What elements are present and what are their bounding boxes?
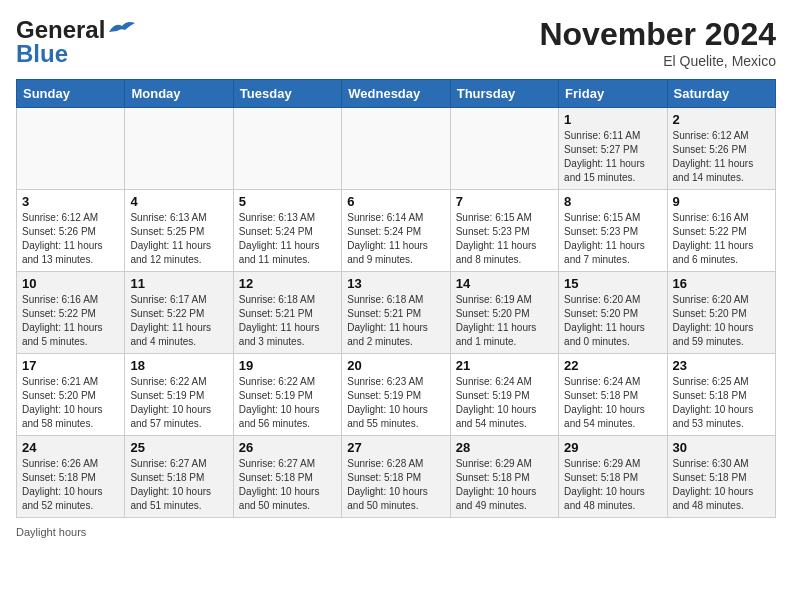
day-info: Sunrise: 6:22 AM Sunset: 5:19 PM Dayligh… <box>239 375 336 431</box>
day-info: Sunrise: 6:25 AM Sunset: 5:18 PM Dayligh… <box>673 375 770 431</box>
day-info: Sunrise: 6:11 AM Sunset: 5:27 PM Dayligh… <box>564 129 661 185</box>
day-info: Sunrise: 6:28 AM Sunset: 5:18 PM Dayligh… <box>347 457 444 513</box>
day-number: 8 <box>564 194 661 209</box>
logo: General Blue <box>16 16 137 68</box>
day-number: 19 <box>239 358 336 373</box>
calendar-day-header: Friday <box>559 80 667 108</box>
day-number: 16 <box>673 276 770 291</box>
calendar-cell <box>125 108 233 190</box>
calendar-cell: 6Sunrise: 6:14 AM Sunset: 5:24 PM Daylig… <box>342 190 450 272</box>
calendar-day-header: Saturday <box>667 80 775 108</box>
calendar-cell <box>342 108 450 190</box>
day-number: 25 <box>130 440 227 455</box>
day-number: 10 <box>22 276 119 291</box>
day-number: 12 <box>239 276 336 291</box>
calendar-body: 1Sunrise: 6:11 AM Sunset: 5:27 PM Daylig… <box>17 108 776 518</box>
day-number: 26 <box>239 440 336 455</box>
day-number: 22 <box>564 358 661 373</box>
day-number: 15 <box>564 276 661 291</box>
calendar-day-header: Sunday <box>17 80 125 108</box>
page-header: General Blue November 2024 El Quelite, M… <box>16 16 776 69</box>
calendar-week-row: 3Sunrise: 6:12 AM Sunset: 5:26 PM Daylig… <box>17 190 776 272</box>
calendar-cell: 19Sunrise: 6:22 AM Sunset: 5:19 PM Dayli… <box>233 354 341 436</box>
day-info: Sunrise: 6:30 AM Sunset: 5:18 PM Dayligh… <box>673 457 770 513</box>
day-info: Sunrise: 6:12 AM Sunset: 5:26 PM Dayligh… <box>22 211 119 267</box>
day-number: 3 <box>22 194 119 209</box>
calendar-day-header: Wednesday <box>342 80 450 108</box>
day-number: 1 <box>564 112 661 127</box>
day-number: 18 <box>130 358 227 373</box>
month-title: November 2024 <box>539 16 776 53</box>
day-number: 13 <box>347 276 444 291</box>
day-info: Sunrise: 6:12 AM Sunset: 5:26 PM Dayligh… <box>673 129 770 185</box>
day-info: Sunrise: 6:21 AM Sunset: 5:20 PM Dayligh… <box>22 375 119 431</box>
day-number: 29 <box>564 440 661 455</box>
calendar-cell: 18Sunrise: 6:22 AM Sunset: 5:19 PM Dayli… <box>125 354 233 436</box>
calendar-cell <box>17 108 125 190</box>
day-info: Sunrise: 6:24 AM Sunset: 5:18 PM Dayligh… <box>564 375 661 431</box>
calendar-cell: 28Sunrise: 6:29 AM Sunset: 5:18 PM Dayli… <box>450 436 558 518</box>
day-number: 17 <box>22 358 119 373</box>
day-info: Sunrise: 6:23 AM Sunset: 5:19 PM Dayligh… <box>347 375 444 431</box>
day-number: 14 <box>456 276 553 291</box>
calendar-day-header: Monday <box>125 80 233 108</box>
day-info: Sunrise: 6:18 AM Sunset: 5:21 PM Dayligh… <box>347 293 444 349</box>
day-info: Sunrise: 6:13 AM Sunset: 5:25 PM Dayligh… <box>130 211 227 267</box>
calendar-week-row: 1Sunrise: 6:11 AM Sunset: 5:27 PM Daylig… <box>17 108 776 190</box>
day-info: Sunrise: 6:15 AM Sunset: 5:23 PM Dayligh… <box>564 211 661 267</box>
day-number: 4 <box>130 194 227 209</box>
calendar-day-header: Thursday <box>450 80 558 108</box>
calendar-day-header: Tuesday <box>233 80 341 108</box>
calendar-cell: 14Sunrise: 6:19 AM Sunset: 5:20 PM Dayli… <box>450 272 558 354</box>
calendar-cell: 20Sunrise: 6:23 AM Sunset: 5:19 PM Dayli… <box>342 354 450 436</box>
day-info: Sunrise: 6:27 AM Sunset: 5:18 PM Dayligh… <box>239 457 336 513</box>
calendar-cell: 23Sunrise: 6:25 AM Sunset: 5:18 PM Dayli… <box>667 354 775 436</box>
calendar-week-row: 10Sunrise: 6:16 AM Sunset: 5:22 PM Dayli… <box>17 272 776 354</box>
calendar-cell: 8Sunrise: 6:15 AM Sunset: 5:23 PM Daylig… <box>559 190 667 272</box>
calendar-header-row: SundayMondayTuesdayWednesdayThursdayFrid… <box>17 80 776 108</box>
calendar-cell: 9Sunrise: 6:16 AM Sunset: 5:22 PM Daylig… <box>667 190 775 272</box>
calendar-cell: 7Sunrise: 6:15 AM Sunset: 5:23 PM Daylig… <box>450 190 558 272</box>
calendar-cell: 27Sunrise: 6:28 AM Sunset: 5:18 PM Dayli… <box>342 436 450 518</box>
day-number: 30 <box>673 440 770 455</box>
day-number: 6 <box>347 194 444 209</box>
day-info: Sunrise: 6:22 AM Sunset: 5:19 PM Dayligh… <box>130 375 227 431</box>
day-number: 28 <box>456 440 553 455</box>
calendar-cell: 1Sunrise: 6:11 AM Sunset: 5:27 PM Daylig… <box>559 108 667 190</box>
calendar-cell: 4Sunrise: 6:13 AM Sunset: 5:25 PM Daylig… <box>125 190 233 272</box>
day-number: 9 <box>673 194 770 209</box>
day-number: 5 <box>239 194 336 209</box>
day-info: Sunrise: 6:24 AM Sunset: 5:19 PM Dayligh… <box>456 375 553 431</box>
calendar-cell: 3Sunrise: 6:12 AM Sunset: 5:26 PM Daylig… <box>17 190 125 272</box>
day-number: 21 <box>456 358 553 373</box>
day-number: 27 <box>347 440 444 455</box>
day-info: Sunrise: 6:29 AM Sunset: 5:18 PM Dayligh… <box>456 457 553 513</box>
day-info: Sunrise: 6:17 AM Sunset: 5:22 PM Dayligh… <box>130 293 227 349</box>
day-info: Sunrise: 6:14 AM Sunset: 5:24 PM Dayligh… <box>347 211 444 267</box>
day-number: 7 <box>456 194 553 209</box>
day-info: Sunrise: 6:16 AM Sunset: 5:22 PM Dayligh… <box>673 211 770 267</box>
footer: Daylight hours <box>16 526 776 538</box>
day-number: 24 <box>22 440 119 455</box>
calendar-cell <box>450 108 558 190</box>
calendar-cell: 25Sunrise: 6:27 AM Sunset: 5:18 PM Dayli… <box>125 436 233 518</box>
calendar-cell: 22Sunrise: 6:24 AM Sunset: 5:18 PM Dayli… <box>559 354 667 436</box>
day-number: 2 <box>673 112 770 127</box>
calendar-week-row: 24Sunrise: 6:26 AM Sunset: 5:18 PM Dayli… <box>17 436 776 518</box>
location: El Quelite, Mexico <box>539 53 776 69</box>
day-info: Sunrise: 6:15 AM Sunset: 5:23 PM Dayligh… <box>456 211 553 267</box>
calendar-cell: 24Sunrise: 6:26 AM Sunset: 5:18 PM Dayli… <box>17 436 125 518</box>
day-info: Sunrise: 6:18 AM Sunset: 5:21 PM Dayligh… <box>239 293 336 349</box>
day-number: 20 <box>347 358 444 373</box>
calendar-cell: 30Sunrise: 6:30 AM Sunset: 5:18 PM Dayli… <box>667 436 775 518</box>
title-block: November 2024 El Quelite, Mexico <box>539 16 776 69</box>
day-info: Sunrise: 6:29 AM Sunset: 5:18 PM Dayligh… <box>564 457 661 513</box>
calendar-cell: 17Sunrise: 6:21 AM Sunset: 5:20 PM Dayli… <box>17 354 125 436</box>
calendar-cell: 5Sunrise: 6:13 AM Sunset: 5:24 PM Daylig… <box>233 190 341 272</box>
calendar-cell: 26Sunrise: 6:27 AM Sunset: 5:18 PM Dayli… <box>233 436 341 518</box>
calendar-cell: 2Sunrise: 6:12 AM Sunset: 5:26 PM Daylig… <box>667 108 775 190</box>
calendar-cell: 29Sunrise: 6:29 AM Sunset: 5:18 PM Dayli… <box>559 436 667 518</box>
logo-bird-icon <box>107 18 137 38</box>
calendar-cell: 15Sunrise: 6:20 AM Sunset: 5:20 PM Dayli… <box>559 272 667 354</box>
day-number: 23 <box>673 358 770 373</box>
